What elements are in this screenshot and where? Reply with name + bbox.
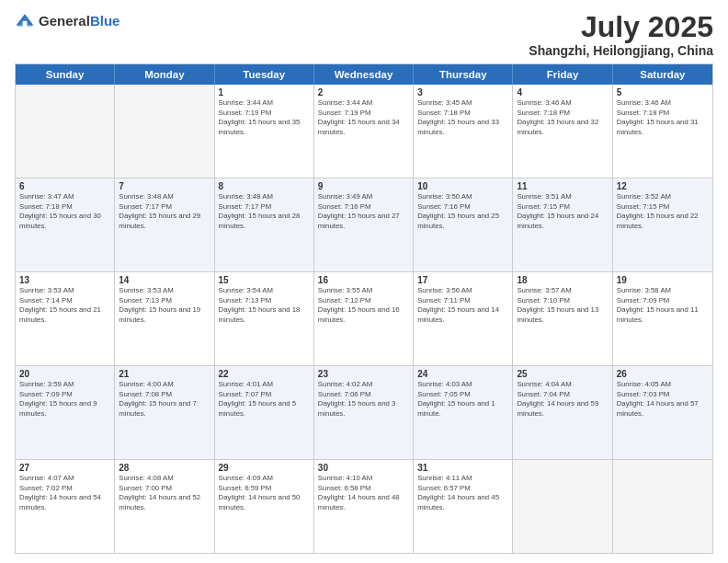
- cal-cell: 22Sunrise: 4:01 AMSunset: 7:07 PMDayligh…: [215, 366, 314, 459]
- cell-info: Sunrise: 4:01 AMSunset: 7:07 PMDaylight:…: [219, 380, 310, 419]
- cal-cell: 13Sunrise: 3:53 AMSunset: 7:14 PMDayligh…: [16, 272, 115, 365]
- cal-header-tuesday: Tuesday: [215, 64, 314, 85]
- day-number: 16: [318, 275, 409, 285]
- cal-cell: [115, 85, 214, 178]
- cal-cell: 1Sunrise: 3:44 AMSunset: 7:19 PMDaylight…: [215, 85, 314, 178]
- day-number: 6: [19, 181, 110, 191]
- cell-info: Sunrise: 4:05 AMSunset: 7:03 PMDaylight:…: [617, 380, 709, 419]
- day-number: 19: [617, 275, 709, 285]
- page: GeneralBlue July 2025 Shangzhi, Heilongj…: [0, 0, 728, 563]
- cell-info: Sunrise: 4:02 AMSunset: 7:06 PMDaylight:…: [318, 380, 409, 419]
- cal-cell: 18Sunrise: 3:57 AMSunset: 7:10 PMDayligh…: [513, 272, 612, 365]
- day-number: 29: [219, 463, 310, 473]
- day-number: 7: [119, 181, 210, 191]
- cal-cell: 11Sunrise: 3:51 AMSunset: 7:15 PMDayligh…: [513, 178, 612, 271]
- cal-cell: 6Sunrise: 3:47 AMSunset: 7:18 PMDaylight…: [16, 178, 115, 271]
- cell-info: Sunrise: 3:49 AMSunset: 7:16 PMDaylight:…: [318, 192, 409, 231]
- cal-week-2: 6Sunrise: 3:47 AMSunset: 7:18 PMDaylight…: [16, 178, 712, 272]
- day-number: 15: [219, 275, 310, 285]
- cal-week-3: 13Sunrise: 3:53 AMSunset: 7:14 PMDayligh…: [16, 272, 712, 366]
- cal-cell: 9Sunrise: 3:49 AMSunset: 7:16 PMDaylight…: [314, 178, 414, 271]
- day-number: 22: [219, 369, 310, 379]
- day-number: 31: [417, 463, 508, 473]
- day-number: 9: [318, 181, 409, 191]
- cell-info: Sunrise: 3:46 AMSunset: 7:18 PMDaylight:…: [617, 98, 709, 137]
- cal-cell: [16, 85, 115, 178]
- cell-info: Sunrise: 4:11 AMSunset: 6:57 PMDaylight:…: [417, 474, 508, 512]
- day-number: 5: [617, 87, 709, 98]
- day-number: 20: [19, 369, 110, 379]
- cell-info: Sunrise: 3:47 AMSunset: 7:18 PMDaylight:…: [19, 192, 110, 231]
- cal-cell: 2Sunrise: 3:44 AMSunset: 7:19 PMDaylight…: [314, 85, 414, 178]
- cal-cell: 29Sunrise: 4:09 AMSunset: 6:59 PMDayligh…: [215, 460, 314, 553]
- logo-general: General: [39, 13, 90, 29]
- cell-info: Sunrise: 3:44 AMSunset: 7:19 PMDaylight:…: [219, 98, 310, 137]
- cell-info: Sunrise: 4:10 AMSunset: 6:58 PMDaylight:…: [318, 474, 409, 512]
- cal-header-saturday: Saturday: [613, 64, 712, 85]
- cell-info: Sunrise: 3:51 AMSunset: 7:15 PMDaylight:…: [517, 192, 608, 231]
- day-number: 13: [19, 275, 110, 285]
- cell-info: Sunrise: 3:46 AMSunset: 7:18 PMDaylight:…: [517, 98, 608, 137]
- day-number: 8: [219, 181, 310, 191]
- day-number: 14: [119, 275, 210, 285]
- cal-cell: 20Sunrise: 3:59 AMSunset: 7:09 PMDayligh…: [16, 366, 115, 459]
- day-number: 28: [119, 463, 210, 473]
- cal-cell: 24Sunrise: 4:03 AMSunset: 7:05 PMDayligh…: [414, 366, 513, 459]
- calendar: SundayMondayTuesdayWednesdayThursdayFrid…: [15, 63, 713, 554]
- cal-cell: 10Sunrise: 3:50 AMSunset: 7:16 PMDayligh…: [414, 178, 513, 271]
- cal-header-wednesday: Wednesday: [314, 64, 414, 85]
- cell-info: Sunrise: 3:48 AMSunset: 7:17 PMDaylight:…: [219, 192, 310, 231]
- title-month: July 2025: [529, 11, 713, 43]
- day-number: 21: [119, 369, 210, 379]
- day-number: 2: [318, 87, 409, 98]
- day-number: 27: [19, 463, 110, 473]
- cal-week-5: 27Sunrise: 4:07 AMSunset: 7:02 PMDayligh…: [16, 460, 712, 553]
- svg-rect-2: [23, 21, 28, 27]
- cell-info: Sunrise: 3:55 AMSunset: 7:12 PMDaylight:…: [318, 286, 409, 325]
- cell-info: Sunrise: 3:59 AMSunset: 7:09 PMDaylight:…: [19, 380, 110, 419]
- day-number: 25: [517, 369, 608, 379]
- cal-cell: 28Sunrise: 4:08 AMSunset: 7:00 PMDayligh…: [115, 460, 214, 553]
- day-number: 4: [517, 87, 608, 98]
- cal-cell: 19Sunrise: 3:58 AMSunset: 7:09 PMDayligh…: [613, 272, 712, 365]
- cell-info: Sunrise: 4:04 AMSunset: 7:04 PMDaylight:…: [517, 380, 608, 419]
- day-number: 12: [617, 181, 709, 191]
- cal-header-sunday: Sunday: [16, 64, 115, 85]
- cal-cell: 12Sunrise: 3:52 AMSunset: 7:15 PMDayligh…: [613, 178, 712, 271]
- cal-cell: 7Sunrise: 3:48 AMSunset: 7:17 PMDaylight…: [115, 178, 214, 271]
- cal-week-4: 20Sunrise: 3:59 AMSunset: 7:09 PMDayligh…: [16, 366, 712, 460]
- cal-cell: [513, 460, 612, 553]
- cal-header-monday: Monday: [115, 64, 214, 85]
- logo-blue: Blue: [90, 13, 120, 29]
- cal-cell: 8Sunrise: 3:48 AMSunset: 7:17 PMDaylight…: [215, 178, 314, 271]
- cell-info: Sunrise: 4:03 AMSunset: 7:05 PMDaylight:…: [417, 380, 508, 419]
- cal-header-friday: Friday: [513, 64, 612, 85]
- cal-cell: 23Sunrise: 4:02 AMSunset: 7:06 PMDayligh…: [314, 366, 414, 459]
- cal-cell: 26Sunrise: 4:05 AMSunset: 7:03 PMDayligh…: [613, 366, 712, 459]
- cell-info: Sunrise: 4:00 AMSunset: 7:08 PMDaylight:…: [119, 380, 210, 419]
- cell-info: Sunrise: 3:53 AMSunset: 7:14 PMDaylight:…: [19, 286, 110, 325]
- calendar-body: 1Sunrise: 3:44 AMSunset: 7:19 PMDaylight…: [16, 85, 712, 553]
- cell-info: Sunrise: 3:48 AMSunset: 7:17 PMDaylight:…: [119, 192, 210, 231]
- cal-cell: 3Sunrise: 3:45 AMSunset: 7:18 PMDaylight…: [414, 85, 513, 178]
- cal-header-thursday: Thursday: [414, 64, 513, 85]
- cal-cell: 16Sunrise: 3:55 AMSunset: 7:12 PMDayligh…: [314, 272, 414, 365]
- cell-info: Sunrise: 3:58 AMSunset: 7:09 PMDaylight:…: [617, 286, 709, 325]
- day-number: 3: [417, 87, 508, 98]
- cal-cell: 14Sunrise: 3:53 AMSunset: 7:13 PMDayligh…: [115, 272, 214, 365]
- cell-info: Sunrise: 4:07 AMSunset: 7:02 PMDaylight:…: [19, 474, 110, 512]
- day-number: 11: [517, 181, 608, 191]
- day-number: 1: [219, 87, 310, 98]
- logo: GeneralBlue: [15, 11, 119, 31]
- cell-info: Sunrise: 3:57 AMSunset: 7:10 PMDaylight:…: [517, 286, 608, 325]
- day-number: 24: [417, 369, 508, 379]
- cell-info: Sunrise: 3:45 AMSunset: 7:18 PMDaylight:…: [417, 98, 508, 137]
- day-number: 26: [617, 369, 709, 379]
- cell-info: Sunrise: 4:08 AMSunset: 7:00 PMDaylight:…: [119, 474, 210, 512]
- day-number: 30: [318, 463, 409, 473]
- title-block: July 2025 Shangzhi, Heilongjiang, China: [529, 11, 713, 58]
- cal-cell: 17Sunrise: 3:56 AMSunset: 7:11 PMDayligh…: [414, 272, 513, 365]
- day-number: 10: [417, 181, 508, 191]
- header: GeneralBlue July 2025 Shangzhi, Heilongj…: [15, 11, 713, 58]
- cal-cell: 4Sunrise: 3:46 AMSunset: 7:18 PMDaylight…: [513, 85, 612, 178]
